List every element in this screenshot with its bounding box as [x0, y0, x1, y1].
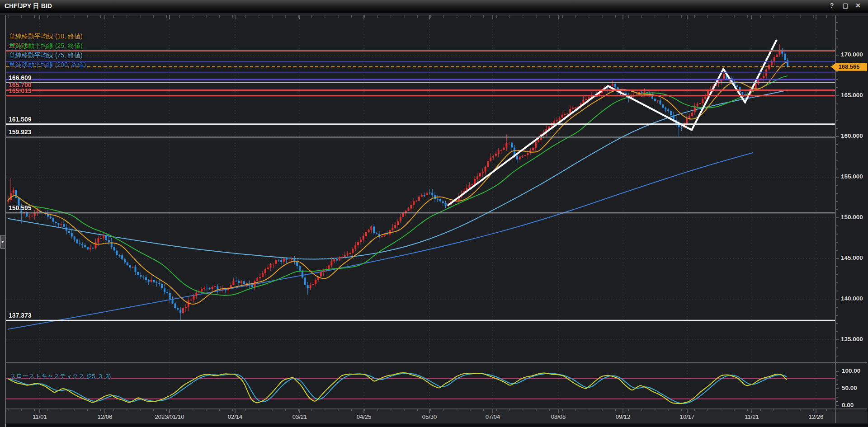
legend-sma-label: 単純移動平均線 (25, 終値): [9, 42, 86, 52]
app-window: { "window": { "title": "CHF/JPY 日 BID", …: [0, 0, 868, 427]
legend-sma-label: 単純移動平均線 (10, 終値): [9, 33, 86, 42]
legend-sma-label: 単純移動平均線 (200, 終値): [9, 61, 86, 70]
stochastics-label: スローストキャスティクス (25, 3, 3): [10, 372, 111, 380]
chart-canvas[interactable]: [0, 0, 868, 427]
current-price-badge: 168.565: [831, 63, 867, 71]
legend-sma-label: 単純移動平均線 (75, 終値): [9, 52, 86, 61]
indicator-legend: 単純移動平均線 (10, 終値)単純移動平均線 (25, 終値)単純移動平均線 …: [9, 33, 86, 70]
